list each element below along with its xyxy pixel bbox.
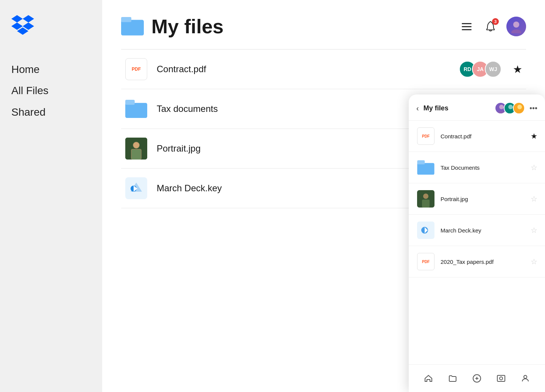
collaborators-contract: RD JA WJ — [459, 61, 501, 77]
panel-nav-user[interactable] — [517, 370, 534, 387]
panel-star-tax[interactable]: ☆ — [531, 163, 537, 172]
panel-avatars — [495, 102, 525, 114]
panel-file-contract[interactable]: PDF Contract.pdf ★ — [409, 121, 545, 152]
svg-rect-0 — [121, 20, 144, 36]
svg-rect-1 — [121, 17, 131, 22]
panel-star-march[interactable]: ☆ — [531, 226, 537, 235]
svg-point-2 — [513, 22, 519, 28]
panel-file-list: PDF Contract.pdf ★ Tax Documents ☆ — [409, 121, 545, 364]
sidebar-nav: Home All Files Shared — [11, 59, 91, 123]
sidebar-item-shared[interactable]: Shared — [11, 102, 91, 123]
panel-nav-folder[interactable] — [444, 370, 461, 387]
header-right: 3 — [459, 17, 526, 36]
svg-rect-4 — [125, 103, 147, 118]
panel-star-portrait[interactable]: ☆ — [531, 194, 537, 203]
svg-point-31 — [500, 377, 503, 380]
menu-button[interactable] — [459, 20, 475, 33]
file-name-contract: Contract.pdf — [157, 64, 459, 74]
panel-thumb-contract: PDF — [416, 127, 435, 146]
panel-header: ‹ My files ••• — [409, 95, 545, 121]
panel-file-march[interactable]: March Deck.key ☆ — [409, 215, 545, 246]
panel-bottom-nav — [409, 364, 545, 392]
svg-rect-21 — [417, 160, 425, 164]
mobile-panel: ‹ My files ••• PDF C — [409, 95, 545, 392]
dropbox-logo — [11, 15, 91, 36]
svg-point-17 — [507, 111, 514, 114]
main-content: My files 3 — [102, 0, 545, 392]
panel-nav-photo[interactable] — [493, 370, 509, 387]
panel-thumb-tax — [416, 158, 435, 177]
svg-point-14 — [499, 105, 504, 109]
file-thumb-contract: PDF — [125, 58, 148, 81]
panel-nav-add[interactable] — [469, 370, 485, 387]
svg-point-15 — [498, 111, 505, 114]
svg-point-32 — [524, 375, 527, 378]
notification-button[interactable]: 3 — [482, 18, 499, 35]
panel-nav-home[interactable] — [420, 370, 437, 387]
panel-file-tax[interactable]: Tax Documents ☆ — [409, 152, 545, 183]
panel-star-contract[interactable]: ★ — [531, 132, 537, 141]
sidebar: Home All Files Shared — [0, 0, 102, 392]
main-header: My files 3 — [121, 15, 526, 38]
panel-thumb-tax2: PDF — [416, 252, 435, 271]
svg-rect-30 — [497, 375, 505, 381]
sidebar-item-all-files[interactable]: All Files — [11, 80, 91, 101]
svg-rect-25 — [417, 190, 434, 208]
svg-rect-20 — [417, 163, 434, 175]
header-left: My files — [121, 15, 224, 38]
panel-thumb-portrait — [416, 189, 435, 208]
file-thumb-march — [125, 177, 148, 200]
panel-more-button[interactable]: ••• — [529, 104, 537, 113]
svg-point-16 — [508, 105, 513, 109]
notification-badge: 3 — [492, 18, 499, 25]
panel-name-contract: Contract.pdf — [441, 133, 531, 139]
panel-title: My files — [424, 104, 495, 112]
panel-back-button[interactable]: ‹ — [416, 104, 419, 113]
panel-star-tax2[interactable]: ☆ — [531, 257, 537, 266]
collab-wj: WJ — [485, 61, 501, 77]
svg-point-10 — [133, 142, 139, 148]
panel-thumb-march — [416, 221, 435, 240]
user-avatar[interactable] — [506, 17, 526, 36]
file-thumb-tax — [125, 98, 148, 120]
sidebar-item-home[interactable]: Home — [11, 59, 91, 80]
svg-rect-11 — [132, 150, 141, 160]
page-title: My files — [151, 15, 224, 38]
svg-rect-5 — [125, 100, 135, 105]
panel-file-portrait[interactable]: Portrait.jpg ☆ — [409, 183, 545, 215]
file-item-contract[interactable]: PDF Contract.pdf RD JA WJ ★ — [121, 50, 526, 89]
panel-name-tax: Tax Documents — [441, 164, 531, 171]
panel-avatar-3 — [513, 102, 525, 114]
panel-name-march: March Deck.key — [441, 227, 531, 234]
svg-point-18 — [517, 105, 522, 109]
file-thumb-portrait — [125, 137, 148, 160]
svg-point-3 — [511, 29, 521, 33]
panel-name-tax2: 2020_Tax papers.pdf — [441, 259, 531, 265]
star-contract[interactable]: ★ — [513, 63, 522, 76]
panel-file-tax2[interactable]: PDF 2020_Tax papers.pdf ☆ — [409, 246, 545, 277]
svg-point-19 — [516, 111, 523, 114]
panel-name-portrait: Portrait.jpg — [441, 196, 531, 202]
folder-icon-large — [121, 17, 144, 36]
